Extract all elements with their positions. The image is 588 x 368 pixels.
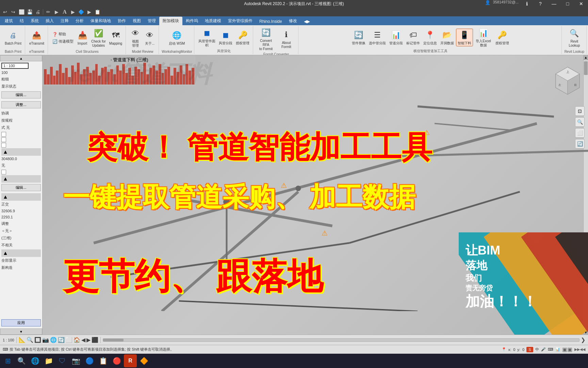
taskbar-blue[interactable]: 🔵	[83, 354, 96, 367]
bottom-icon-box[interactable]: ⬜	[66, 337, 72, 343]
transfer-model-button[interactable]: 🔄 传递模型	[51, 38, 75, 45]
bottom-icon-ruler[interactable]: 📐	[19, 337, 26, 343]
bottom-icon-camera[interactable]: 📷	[42, 337, 49, 343]
taskbar-camera[interactable]: 📷	[69, 354, 82, 367]
section-header2[interactable]: ▲	[1, 175, 41, 183]
bottom-icon-search[interactable]: 🔍	[27, 337, 33, 343]
tab-xitong[interactable]: 系统	[27, 17, 42, 25]
apply-button[interactable]: 应用	[1, 319, 41, 326]
help-btn[interactable]: ?	[534, 0, 547, 7]
qa-print[interactable]: 🖨	[34, 8, 42, 16]
taskbar-revit[interactable]: R	[124, 354, 137, 367]
bottom-icon-back[interactable]: ◀	[81, 337, 85, 343]
zoom-fit-button[interactable]: ⊡	[575, 106, 585, 116]
section-header1[interactable]: ▲	[1, 148, 41, 156]
mapping-button[interactable]: 🗺 Mapping	[108, 29, 124, 46]
taskbar-explorer[interactable]: 📁	[42, 354, 55, 367]
bottom-icon-square[interactable]: ⬛	[92, 337, 98, 343]
taskbar-start[interactable]: ⊞	[1, 354, 14, 367]
import-excel-button[interactable]: 📊 导入Excel数据	[474, 27, 493, 48]
smart-cut-button[interactable]: 📱 智能下料	[456, 29, 473, 46]
qa-diamond[interactable]: 🔷	[77, 8, 85, 16]
close-button[interactable]: ✕	[574, 0, 588, 7]
panel-scroll-down[interactable]: ▼	[0, 328, 42, 335]
zoom-region-button[interactable]: ⬜	[575, 128, 585, 138]
tab-shitu[interactable]: 视图	[129, 17, 144, 25]
tab-dizhi[interactable]: 地质建模	[201, 17, 225, 25]
taskbar-search[interactable]: 🔍	[15, 354, 28, 367]
tab-xiezuo[interactable]: 协作	[114, 17, 129, 25]
etransmit-button[interactable]: 📤 eTransmit	[28, 29, 46, 46]
taskbar-browser[interactable]: 🌐	[29, 354, 42, 367]
view-cube[interactable]: 上 左 前	[552, 65, 583, 96]
qa-back[interactable]: ↩	[1, 8, 9, 16]
bottom-icon-fwd[interactable]: ▶	[86, 337, 91, 343]
pipe-seg-button[interactable]: 📊 管道分段	[388, 29, 404, 46]
section-header3[interactable]: ▲	[1, 193, 41, 201]
tab-goujianwu[interactable]: 构件坞	[182, 17, 201, 25]
view-manage2-button[interactable]: 👁 关于...	[143, 29, 157, 46]
auth-manage2-button[interactable]: 🔑 授权管理	[494, 29, 510, 46]
checkbox4[interactable]	[1, 170, 6, 174]
qa-text[interactable]: A	[61, 8, 68, 16]
info-btn[interactable]: ℹ	[520, 0, 534, 7]
auth-manage-button[interactable]: 🔑 授权管理	[234, 29, 251, 46]
about-formit-button[interactable]: ℹ About FormIt	[276, 29, 296, 50]
maximize-button[interactable]: □	[561, 0, 574, 7]
edit3-button[interactable]: 编辑...	[1, 184, 41, 191]
fengguan-seg-button[interactable]: ◼ 风管分段	[217, 29, 234, 46]
scale-input[interactable]	[1, 63, 29, 69]
import-button[interactable]: 📥 Import	[76, 29, 89, 46]
help-button[interactable]: ❓ 帮助	[51, 31, 75, 38]
orbit-button[interactable]: 🔄	[575, 139, 585, 149]
tab-rhino[interactable]: Rhino.Inside	[256, 18, 285, 25]
qa-more[interactable]: ▶	[85, 8, 93, 16]
chart-icon[interactable]: 📊	[555, 347, 560, 352]
tab-zhushi[interactable]: 注释	[57, 17, 72, 25]
keyboard-icon[interactable]: ⌨	[548, 347, 553, 352]
checkbox2[interactable]	[1, 137, 6, 142]
h-scrollbar-thumb[interactable]	[103, 339, 124, 341]
checkbox3[interactable]	[1, 143, 6, 148]
bottom-icon-rotate[interactable]: 🔄	[58, 337, 65, 343]
tab-shiwai[interactable]: 室外管综插件	[225, 17, 256, 25]
taskbar-orange[interactable]: 🔶	[137, 354, 150, 367]
bottom-icon-globe[interactable]: 🌐	[50, 337, 57, 343]
panel-scroll-up[interactable]: ▲	[0, 55, 42, 61]
batch-print-button[interactable]: 🖨 Batch Print	[3, 29, 23, 46]
bottom-icon-scroll-right[interactable]: ❯	[581, 337, 585, 343]
check-updates-button[interactable]: ✅ Check forUpdates	[90, 27, 107, 48]
tab-guanli[interactable]: 管理	[144, 17, 159, 25]
section-header4[interactable]: ▲	[1, 249, 41, 257]
qa-clipboard[interactable]: 📋	[94, 8, 101, 16]
qa-new[interactable]: ⬜	[18, 8, 25, 16]
select-seg-button[interactable]: ☰ 选中管分段	[368, 29, 387, 46]
bottom-icon-home[interactable]: 🏠	[74, 337, 80, 343]
minimize-button[interactable]: —	[547, 0, 561, 7]
bottom-icon-region[interactable]: 🔲	[34, 337, 41, 343]
taskbar-clipboard[interactable]: 📋	[97, 354, 110, 367]
tab-fenxi[interactable]: 分析	[72, 17, 87, 25]
mark-pipe-button[interactable]: 🏷 标记管件	[405, 29, 421, 46]
fengguan-area-button[interactable]: ◼ 风管管件面积	[197, 27, 217, 48]
open-hole-button[interactable]: 📂 开洞数据	[439, 29, 455, 46]
tab-collapse[interactable]: ◀▶	[300, 18, 313, 25]
tab-xiugai[interactable]: 修改	[285, 17, 300, 25]
taskbar-red[interactable]: 🔴	[110, 354, 123, 367]
checkbox1[interactable]	[1, 132, 6, 137]
convert-rfa-button[interactable]: 🔄 Convert RFAto Formit	[256, 27, 276, 52]
qa-save[interactable]: 💾	[26, 8, 33, 16]
tab-tiliangchangdi[interactable]: 体量和场地	[87, 17, 114, 25]
qa-arrow[interactable]: ▶	[69, 8, 77, 16]
edit2-button[interactable]: 调整...	[1, 101, 41, 108]
location-info-button[interactable]: 📍 定位信息	[422, 29, 438, 46]
qa-measure[interactable]: ✏	[45, 8, 52, 16]
qa-run[interactable]: ▶	[53, 8, 60, 16]
zoom-in-button[interactable]: 🔍	[575, 117, 585, 127]
h-scrollbar[interactable]	[103, 338, 579, 342]
revit-lookup-button[interactable]: 🔍 Revit Lookup	[565, 27, 584, 48]
pipe-replace-button[interactable]: 🔄 管件替换	[350, 29, 367, 46]
tab-jie[interactable]: 结	[16, 17, 27, 25]
qa-forward[interactable]: ↪	[10, 8, 17, 16]
edit1-button[interactable]: 编辑...	[1, 91, 41, 98]
